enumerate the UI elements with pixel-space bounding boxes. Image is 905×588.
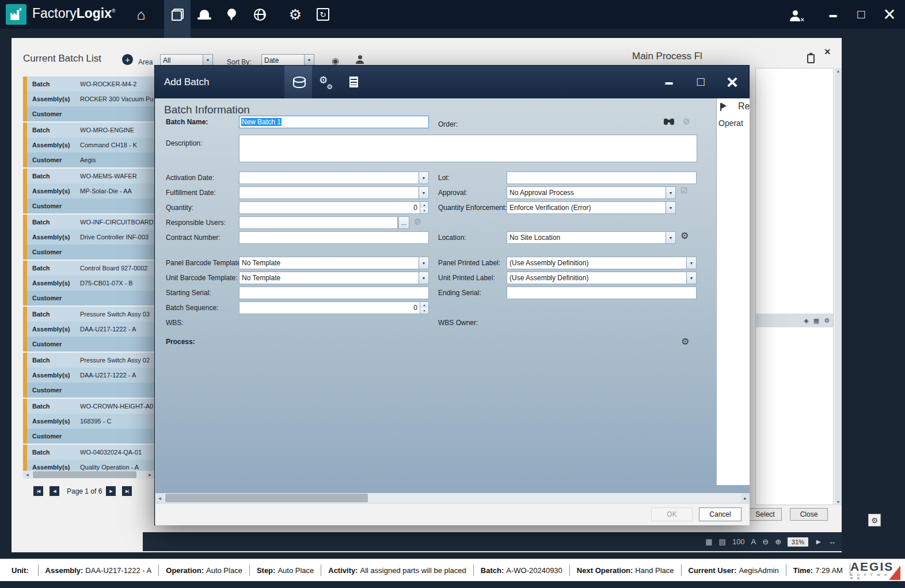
- app-minimize-button[interactable]: ▬: [823, 6, 843, 23]
- next-page-button[interactable]: ▶: [106, 486, 116, 496]
- add-batch-button[interactable]: +: [122, 54, 133, 65]
- user-logout-icon[interactable]: ×: [785, 9, 805, 22]
- scroll-right-icon[interactable]: [146, 471, 154, 479]
- ending-serial-input[interactable]: [507, 287, 697, 299]
- scroll-up-icon[interactable]: ▲: [836, 68, 841, 74]
- app-close-button[interactable]: ×: [877, 2, 902, 26]
- app-maximize-button[interactable]: □: [851, 6, 872, 23]
- area-label: Area: [138, 58, 153, 66]
- data-sync-icon[interactable]: ↻: [310, 0, 336, 29]
- dialog-hscrollbar[interactable]: [155, 493, 750, 503]
- clipboard-icon[interactable]: [807, 54, 815, 63]
- unit-barcode-template-select[interactable]: No Template: [239, 272, 429, 284]
- home-icon[interactable]: ⌂: [128, 0, 154, 29]
- close-button-background[interactable]: Close: [790, 508, 828, 521]
- spin-down-icon[interactable]: [420, 308, 428, 314]
- dialog-close-button[interactable]: ×: [720, 69, 744, 94]
- viewer-toolbar: ▦ ▤ 100 A ⊖ ⊕ 31% ► ↔: [143, 532, 842, 551]
- tab-batch-data[interactable]: [284, 66, 312, 98]
- batch-list-hscrollbar[interactable]: [23, 471, 154, 479]
- location-gear-icon[interactable]: ⚙: [680, 230, 689, 241]
- spin-down-icon[interactable]: [420, 208, 428, 213]
- responsible-users-browse-button[interactable]: ...: [398, 216, 409, 229]
- lot-input[interactable]: [507, 171, 697, 184]
- panel-tool-icon[interactable]: ◈: [804, 317, 808, 324]
- viewer-vscrollbar[interactable]: ▲ ▼: [835, 68, 842, 505]
- select-button[interactable]: Select: [748, 508, 782, 521]
- order-lookup-icon[interactable]: [664, 119, 674, 125]
- assembly-label: Assembly(s): [32, 188, 80, 194]
- order-label: Order:: [438, 120, 458, 128]
- responsible-users-input[interactable]: [239, 216, 398, 229]
- description-textarea[interactable]: [239, 135, 697, 162]
- fulfillment-date-select[interactable]: [239, 186, 429, 199]
- batch-label: Batch: [32, 449, 80, 456]
- tab-batch-documents[interactable]: [340, 66, 367, 98]
- location-select[interactable]: No Site Location: [507, 231, 676, 244]
- user-filter-icon[interactable]: [356, 55, 364, 64]
- batch-name-input[interactable]: New Batch 1: [239, 116, 429, 128]
- customer-label: Customer: [32, 203, 80, 209]
- batches-module-icon[interactable]: [165, 0, 190, 29]
- sort-by-select[interactable]: Date: [261, 54, 314, 66]
- last-page-button[interactable]: ▶|: [122, 486, 132, 496]
- scrollbar-thumb[interactable]: [165, 494, 368, 502]
- dialog-minimize-button[interactable]: ▬: [659, 71, 679, 92]
- viewer-tool-icon[interactable]: ⊖: [762, 537, 769, 546]
- web-module-icon[interactable]: [247, 0, 272, 29]
- location-label: Location:: [438, 234, 466, 242]
- application-root: FactoryLogix® ⌂ ⚙ ↻ × ▬ □ × Current Batc…: [0, 0, 905, 588]
- viewer-tool-icon[interactable]: 100: [732, 537, 745, 546]
- dialog-maximize-button[interactable]: □: [690, 71, 711, 92]
- production-module-icon[interactable]: [192, 0, 217, 29]
- approval-checkbox-icon[interactable]: ☑: [680, 186, 688, 195]
- assembly-value: D75-CB01-07X - B: [80, 280, 133, 287]
- viewer-tool-icon[interactable]: ⊕: [775, 537, 781, 546]
- responsible-users-clear-icon[interactable]: ⊘: [414, 216, 421, 227]
- scroll-left-icon[interactable]: [23, 471, 32, 479]
- quantity-enforcement-select[interactable]: Enforce Verification (Error): [507, 201, 676, 214]
- process-gear-icon[interactable]: ⚙: [681, 336, 689, 347]
- chevron-down-icon: [419, 187, 428, 198]
- scroll-down-icon[interactable]: ▼: [836, 499, 841, 505]
- spin-up-icon[interactable]: [420, 302, 428, 308]
- locations-module-icon[interactable]: [219, 0, 244, 29]
- viewer-tool-icon[interactable]: A: [751, 537, 756, 546]
- panel-printed-label-select[interactable]: (Use Assembly Definition): [507, 257, 697, 269]
- batch-sequence-spinner[interactable]: 0: [239, 301, 429, 314]
- viewer-tool-icon[interactable]: ▦: [705, 537, 712, 546]
- scroll-right-icon[interactable]: [741, 493, 750, 503]
- quantity-spinner[interactable]: 0: [239, 201, 429, 214]
- page-indicator: Page 1 of 6: [67, 487, 102, 495]
- activation-date-select[interactable]: [239, 171, 429, 184]
- customer-label: Customer: [32, 249, 80, 255]
- approval-select[interactable]: No Approval Process: [507, 186, 676, 199]
- batch-label: Batch: [32, 219, 80, 226]
- add-batch-dialog: Add Batch ▬ □ × Batch Information Batch …: [154, 65, 750, 525]
- spin-up-icon[interactable]: [420, 202, 428, 208]
- tab-batch-settings[interactable]: [312, 66, 340, 98]
- panel-tool-icon[interactable]: ⚙: [824, 317, 830, 324]
- viewer-tool-icon[interactable]: ►: [815, 537, 822, 546]
- zoom-level[interactable]: 31%: [788, 537, 808, 547]
- panel-close-icon[interactable]: ×: [824, 46, 831, 58]
- viewer-tool-icon[interactable]: ▤: [719, 537, 726, 546]
- cancel-button[interactable]: Cancel: [699, 507, 742, 521]
- unit-printed-label-select[interactable]: (Use Assembly Definition): [507, 272, 697, 284]
- first-page-button[interactable]: |◀: [33, 486, 43, 496]
- customer-label: Customer: [32, 110, 80, 117]
- viewer-tool-icon[interactable]: ↔: [828, 537, 836, 546]
- panel-tool-icon[interactable]: ▦: [813, 317, 819, 324]
- area-select[interactable]: All: [160, 54, 213, 66]
- assembly-label: Assembly(s): [32, 326, 80, 333]
- order-clear-icon[interactable]: ⊘: [683, 116, 690, 127]
- scroll-left-icon[interactable]: [155, 493, 164, 503]
- ok-button[interactable]: OK: [651, 507, 693, 521]
- scrollbar-thumb[interactable]: [33, 471, 136, 478]
- starting-serial-input[interactable]: [239, 287, 429, 299]
- previous-page-button[interactable]: ◀: [50, 486, 59, 496]
- settings-gear-button[interactable]: ⚙: [868, 514, 881, 526]
- settings-icon[interactable]: ⚙: [283, 0, 308, 29]
- contract-number-input[interactable]: [239, 231, 429, 244]
- panel-barcode-template-select[interactable]: No Template: [239, 257, 429, 269]
